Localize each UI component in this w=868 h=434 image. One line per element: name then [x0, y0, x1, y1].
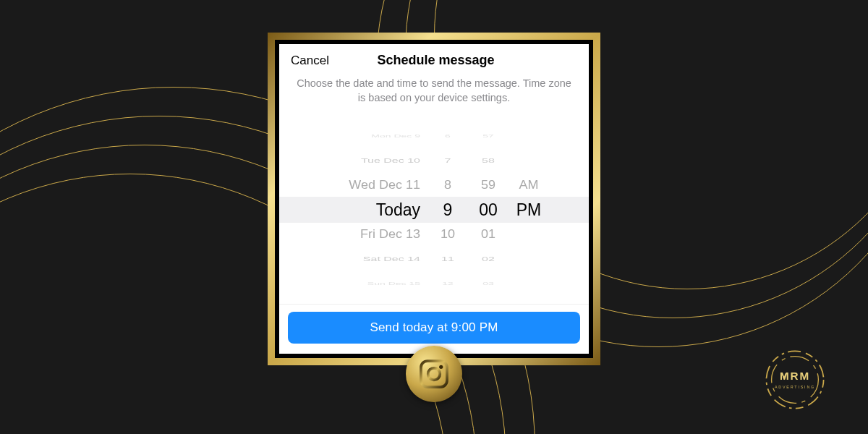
svg-point-2	[439, 365, 443, 369]
picker-minute-option[interactable]: 58	[482, 153, 495, 167]
schedule-message-modal: Cancel Schedule message Choose the date …	[279, 44, 589, 354]
picker-minute-selected[interactable]: 00	[479, 197, 498, 222]
mrm-logo: MRM ADVERTISING	[762, 347, 827, 412]
picker-hour-column[interactable]: 6 7 8 9 10 11 12	[427, 115, 468, 304]
svg-rect-0	[421, 361, 447, 387]
picker-minute-option[interactable]: 57	[482, 132, 494, 140]
mrm-logo-text: MRM	[780, 370, 810, 382]
picker-hour-option[interactable]: 6	[445, 132, 451, 140]
picker-date-column[interactable]: Mon Dec 9 Tue Dec 10 Wed Dec 11 Today Fr…	[319, 115, 427, 304]
picker-date-option[interactable]: Sat Dec 14	[363, 251, 420, 265]
svg-point-1	[428, 368, 441, 380]
picker-hour-option[interactable]: 10	[441, 224, 455, 245]
picker-date-selected[interactable]: Today	[376, 197, 420, 222]
picker-hour-option[interactable]: 7	[445, 153, 451, 167]
datetime-picker[interactable]: Mon Dec 9 Tue Dec 10 Wed Dec 11 Today Fr…	[279, 115, 589, 304]
picker-date-option[interactable]: Mon Dec 9	[371, 132, 420, 140]
picker-ampm-selected[interactable]: PM	[516, 197, 542, 222]
picker-hour-option[interactable]: 11	[441, 251, 454, 265]
instagram-icon	[406, 346, 462, 402]
picker-minute-option[interactable]: 03	[482, 279, 494, 288]
picker-minute-option[interactable]: 02	[482, 251, 495, 265]
picker-hour-selected[interactable]: 9	[443, 197, 453, 222]
send-button[interactable]: Send today at 9:00 PM	[288, 312, 580, 344]
gold-frame: Cancel Schedule message Choose the date …	[268, 33, 600, 365]
picker-hour-option[interactable]: 8	[444, 174, 451, 196]
modal-subtitle: Choose the date and time to send the mes…	[279, 72, 589, 115]
gold-frame-inner: Cancel Schedule message Choose the date …	[275, 40, 593, 358]
picker-minute-column[interactable]: 57 58 59 00 01 02 03	[468, 115, 509, 304]
picker-minute-option[interactable]: 01	[481, 224, 495, 245]
picker-date-option[interactable]: Tue Dec 10	[361, 153, 420, 167]
picker-hour-option[interactable]: 12	[442, 279, 454, 288]
mrm-logo-subtext: ADVERTISING	[775, 385, 815, 389]
picker-ampm-column[interactable]: AM PM	[509, 115, 549, 304]
modal-title: Schedule message	[294, 53, 577, 68]
modal-header: Cancel Schedule message	[279, 44, 589, 72]
picker-minute-option[interactable]: 59	[481, 174, 495, 196]
picker-date-option[interactable]: Sun Dec 15	[367, 279, 420, 288]
picker-ampm-option[interactable]: AM	[519, 174, 539, 196]
picker-date-option[interactable]: Fri Dec 13	[360, 224, 420, 245]
picker-date-option[interactable]: Wed Dec 11	[349, 174, 420, 196]
